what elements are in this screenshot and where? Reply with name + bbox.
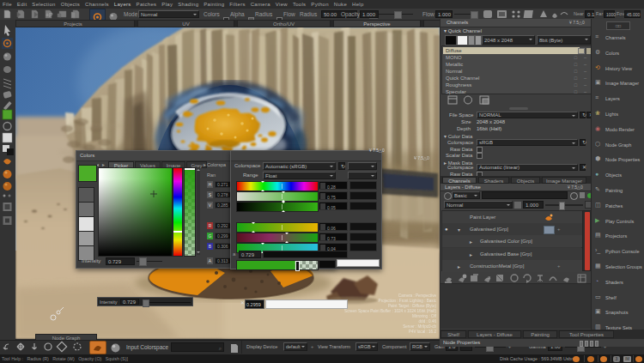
svg-text:ddd : 0.46: ddd : 0.46 [419, 319, 437, 324]
svg-text:¥ 7.5△0: ¥ 7.5△0 [414, 155, 429, 160]
svg-text:Server : MriIpc0-cb: Server : MriIpc0-cb [403, 324, 436, 329]
svg-text:a: a [488, 275, 491, 280]
svg-text:Paint Target : Diffuse (Byte): Paint Target : Diffuse (Byte) [388, 304, 436, 308]
svg-text:Camera : Perspective: Camera : Perspective [398, 293, 437, 298]
svg-text:Screen Space Paint Buffer : 10: Screen Space Paint Buffer : 1024 x 1024 … [344, 309, 436, 313]
svg-text:Mirroring : Off: Mirroring : Off [412, 314, 437, 318]
svg-text:+P: +P [46, 12, 53, 18]
svg-text:Projection : Front Lighting :: Projection : Front Lighting : Basic [379, 299, 437, 303]
